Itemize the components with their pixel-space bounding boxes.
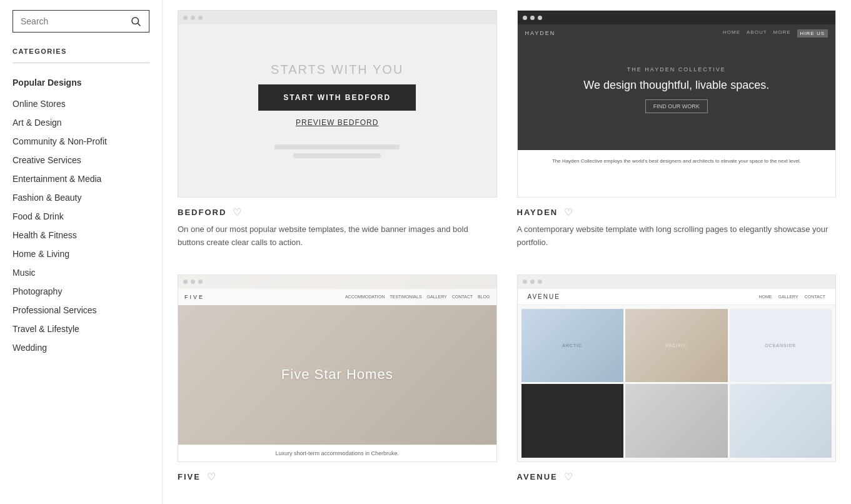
avenue-cell-5 xyxy=(625,384,728,458)
sidebar-item-fashion-beauty[interactable]: Fashion & Beauty xyxy=(13,188,149,207)
bedford-hero-title: STARTS WITH YOU xyxy=(271,63,403,77)
sidebar-item-art-design[interactable]: Art & Design xyxy=(13,113,149,132)
hayden-favorite-icon[interactable]: ♡ xyxy=(564,206,573,218)
five-nav-links: ACCOMMODATION TESTIMONIALS GALLERY CONTA… xyxy=(345,295,490,299)
sidebar-item-professional-services[interactable]: Professional Services xyxy=(13,301,149,320)
bedford-preview-link[interactable]: PREVIEW BEDFORD xyxy=(296,118,378,127)
avenue-nav: AVENUE HOME GALLERY CONTACT xyxy=(518,289,836,305)
sidebar-item-creative-services[interactable]: Creative Services xyxy=(13,151,149,169)
svg-point-0 xyxy=(132,18,139,24)
hayden-name-row: HAYDEN ♡ xyxy=(517,206,837,218)
avenue-cell-2: PACIFIC xyxy=(625,309,728,383)
five-hero-text: Five Star Homes xyxy=(281,366,393,383)
sidebar-item-health-fitness[interactable]: Health & Fitness xyxy=(13,226,149,244)
sidebar-item-wedding[interactable]: Wedding xyxy=(13,338,149,357)
bedford-line-2 xyxy=(293,153,381,158)
sidebar-item-photography[interactable]: Photography xyxy=(13,282,149,301)
sidebar-item-online-stores[interactable]: Online Stores xyxy=(13,94,149,113)
avenue-cell-4 xyxy=(521,384,624,458)
templates-grid: STARTS WITH YOU START WITH BEDFORD PREVI… xyxy=(178,10,836,493)
hayden-nav-links: HOME ABOUT MORE HIRE US xyxy=(723,29,828,38)
svg-line-1 xyxy=(138,23,140,26)
hayden-nav-about: ABOUT xyxy=(747,29,767,38)
bedford-name-row: BEDFORD ♡ xyxy=(178,206,497,218)
five-brand: FIVE xyxy=(184,294,204,300)
hayden-description: A contemporary website template with lon… xyxy=(517,223,837,249)
avenue-name-row: AVENUE ♡ xyxy=(517,471,837,483)
five-browser-bar xyxy=(178,275,496,289)
categories-title: CATEGORIES xyxy=(13,48,149,55)
avenue-cell-1: ARCTIC xyxy=(521,309,624,383)
avenue-nav-home: HOME xyxy=(759,295,772,299)
sidebar-item-food-drink[interactable]: Food & Drink xyxy=(13,207,149,226)
five-nav-gallery: GALLERY xyxy=(427,295,447,299)
categories-divider xyxy=(13,63,149,63)
hayden-nav: HAYDEN HOME ABOUT MORE HIRE US xyxy=(518,24,836,42)
sidebar-item-entertainment-media[interactable]: Entertainment & Media xyxy=(13,169,149,188)
avenue-label-1: ARCTIC xyxy=(562,343,582,348)
hayden-body-text: The Hayden Collective employs the world'… xyxy=(530,158,823,166)
dot-2 xyxy=(530,280,535,284)
five-nav-testimonials: TESTIMONIALS xyxy=(390,295,421,299)
five-caption: Luxury short-term accommodations in Cher… xyxy=(178,445,496,461)
avenue-nav-contact: CONTACT xyxy=(805,295,825,299)
avenue-name: AVENUE xyxy=(517,472,558,481)
hayden-tagline-big: We design thoughtful, livable spaces. xyxy=(583,78,769,93)
template-card-five: FIVE ACCOMMODATION TESTIMONIALS GALLERY … xyxy=(178,275,497,493)
bedford-cta-button[interactable]: START WITH BEDFORD xyxy=(258,84,416,111)
main-content: STARTS WITH YOU START WITH BEDFORD PREVI… xyxy=(163,0,851,504)
bedford-content-lines xyxy=(274,144,400,158)
sidebar-item-music[interactable]: Music xyxy=(13,263,149,282)
five-nav-contact: CONTACT xyxy=(452,295,473,299)
bedford-favorite-icon[interactable]: ♡ xyxy=(233,206,241,218)
sidebar-item-popular-designs[interactable]: Popular Designs xyxy=(13,73,149,92)
search-icon[interactable] xyxy=(130,16,141,27)
dot-2 xyxy=(191,16,195,20)
dot-3 xyxy=(538,280,542,284)
avenue-label-2: PACIFIC xyxy=(666,343,687,348)
hayden-thumbnail[interactable]: HAYDEN HOME ABOUT MORE HIRE US THE HAYDE… xyxy=(517,10,837,198)
dot-1 xyxy=(183,280,188,284)
bedford-browser-bar xyxy=(178,11,496,24)
bedford-info: BEDFORD ♡ On one of our most popular web… xyxy=(178,198,497,255)
hayden-bottom: The Hayden Collective employs the world'… xyxy=(518,150,836,197)
categories-nav: Popular Designs Online Stores Art & Desi… xyxy=(13,73,149,357)
avenue-info: AVENUE ♡ xyxy=(517,462,837,493)
dot-3 xyxy=(198,16,203,20)
sidebar-item-travel-lifestyle[interactable]: Travel & Lifestyle xyxy=(13,320,149,338)
search-wrapper xyxy=(13,10,149,33)
sidebar-item-community-nonprofit[interactable]: Community & Non-Profit xyxy=(13,132,149,151)
sidebar: CATEGORIES Popular Designs Online Stores… xyxy=(0,0,163,504)
avenue-favorite-icon[interactable]: ♡ xyxy=(564,471,573,483)
five-favorite-icon[interactable]: ♡ xyxy=(207,471,216,483)
five-thumbnail[interactable]: FIVE ACCOMMODATION TESTIMONIALS GALLERY … xyxy=(178,275,497,462)
hayden-nav-hire: HIRE US xyxy=(797,29,828,38)
dot-1 xyxy=(183,16,188,20)
template-card-bedford: STARTS WITH YOU START WITH BEDFORD PREVI… xyxy=(178,10,497,255)
avenue-nav-gallery: GALLERY xyxy=(778,295,798,299)
bedford-description: On one of our most popular website templ… xyxy=(178,223,497,249)
dot-2 xyxy=(191,280,195,284)
bedford-name: BEDFORD xyxy=(178,208,226,217)
hayden-brand: HAYDEN xyxy=(525,30,556,36)
sidebar-item-home-living[interactable]: Home & Living xyxy=(13,244,149,263)
five-info: FIVE ♡ xyxy=(178,462,497,493)
avenue-brand: AVENUE xyxy=(528,293,560,300)
template-card-avenue: AVENUE HOME GALLERY CONTACT ARCTIC PACIF… xyxy=(517,275,837,493)
search-input[interactable] xyxy=(21,16,130,26)
template-card-hayden: HAYDEN HOME ABOUT MORE HIRE US THE HAYDE… xyxy=(517,10,837,255)
avenue-label-3: OCEANSIDE xyxy=(765,343,796,348)
avenue-cell-6 xyxy=(730,384,832,458)
dot-1 xyxy=(523,16,527,20)
avenue-thumbnail[interactable]: AVENUE HOME GALLERY CONTACT ARCTIC PACIF… xyxy=(517,275,837,462)
hayden-cta-btn[interactable]: FIND OUR WORK xyxy=(645,99,708,113)
five-name-row: FIVE ♡ xyxy=(178,471,497,483)
dot-1 xyxy=(523,280,527,284)
avenue-cell-3: OCEANSIDE xyxy=(730,309,832,383)
hayden-info: HAYDEN ♡ A contemporary website template… xyxy=(517,198,837,255)
dot-3 xyxy=(538,16,542,20)
bedford-thumbnail[interactable]: STARTS WITH YOU START WITH BEDFORD PREVI… xyxy=(178,10,497,198)
hayden-browser-bar xyxy=(518,11,836,24)
bedford-line-1 xyxy=(274,144,400,149)
dot-3 xyxy=(198,280,203,284)
